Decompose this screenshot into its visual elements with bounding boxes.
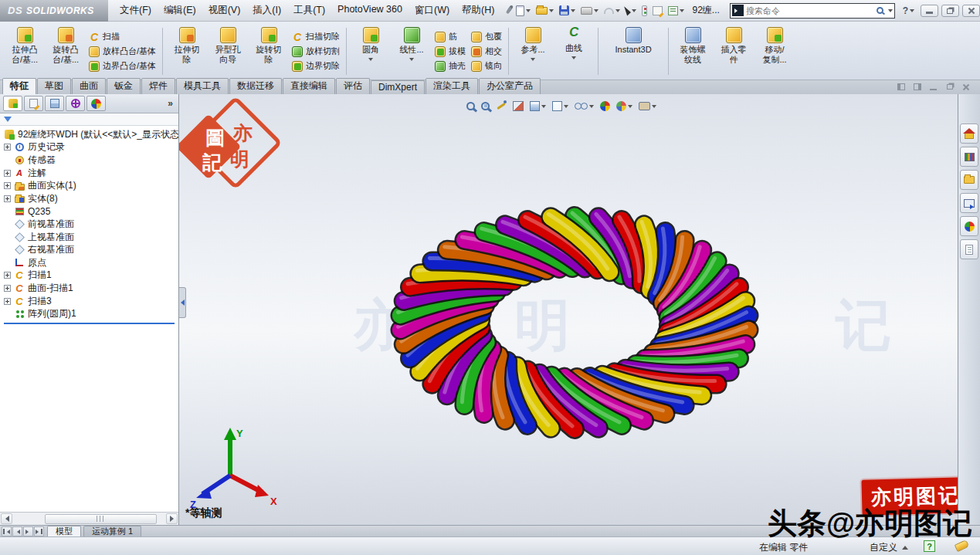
scrollbar-thumb[interactable] (45, 514, 157, 524)
doc-close-button[interactable] (959, 82, 972, 92)
extruded-cut-button[interactable]: 拉伸切 除 (168, 24, 206, 79)
tab-evaluate[interactable]: 评估 (336, 78, 370, 94)
first-tab-button[interactable] (2, 526, 12, 536)
expander-icon[interactable] (4, 182, 11, 189)
print-button[interactable] (581, 6, 599, 15)
chevron-down-icon[interactable] (571, 56, 576, 62)
chevron-down-icon[interactable] (594, 9, 599, 15)
tree-item-circular-pattern[interactable]: 阵列(圆周)1 (2, 307, 178, 320)
expander-icon[interactable] (4, 144, 11, 151)
rib-button[interactable]: 筋 (435, 31, 466, 42)
custom-properties-button[interactable] (960, 239, 978, 259)
doc-cascade-right-button[interactable] (910, 82, 924, 92)
boundary-boss-button[interactable]: 边界凸台/基体 (89, 60, 156, 72)
tree-item-top-plane[interactable]: 上视基准面 (2, 231, 178, 244)
expander-icon[interactable] (4, 272, 11, 279)
draft-button[interactable]: 拔模 (435, 46, 466, 57)
chevron-down-icon[interactable] (409, 58, 414, 63)
chevron-down-icon[interactable] (910, 9, 914, 15)
doc-minimize-button[interactable] (927, 82, 940, 92)
save-button[interactable] (559, 5, 575, 15)
cosmetic-thread-button[interactable]: 装饰螺 纹线 (673, 24, 712, 79)
tree-item-right-plane[interactable]: 右视基准面 (2, 243, 178, 256)
panel-horizontal-scrollbar[interactable] (0, 512, 178, 525)
edit-appearance-button[interactable] (600, 101, 610, 111)
tree-item-material[interactable]: Q235 (2, 205, 178, 218)
apply-scene-button[interactable] (616, 101, 632, 111)
chevron-down-icon[interactable] (549, 9, 554, 15)
solidworks-resources-button[interactable] (960, 124, 978, 144)
tab-mold-tools[interactable]: 模具工具 (176, 78, 229, 94)
menu-view[interactable]: 视图(V) (203, 1, 246, 20)
rollback-bar[interactable] (4, 323, 175, 324)
tab-office-products[interactable]: 办公室产品 (479, 78, 541, 94)
search-icon[interactable] (877, 7, 883, 14)
insert-part-button[interactable]: 插入零 件 (714, 24, 753, 79)
tree-item-surface-bodies[interactable]: 曲面实体(1) (2, 179, 178, 192)
view-settings-button[interactable] (639, 102, 656, 110)
featuremanager-tree-tab[interactable] (3, 96, 22, 111)
instant3d-button[interactable]: Instant3D (603, 24, 663, 79)
expander-icon[interactable] (4, 285, 11, 292)
panel-expand-button[interactable]: » (168, 98, 175, 109)
tab-sketch[interactable]: 草图 (37, 78, 71, 94)
minimize-button[interactable] (921, 5, 938, 17)
torus-model[interactable] (179, 94, 958, 525)
file-explorer-button[interactable] (960, 170, 978, 190)
sweep-button[interactable]: C扫描 (89, 31, 156, 42)
dimxpertmanager-tab[interactable] (66, 96, 85, 111)
doc-cascade-left-button[interactable] (894, 82, 907, 92)
help-button[interactable]: ? (903, 5, 914, 16)
previous-view-button[interactable] (496, 100, 507, 111)
tab-surfaces[interactable]: 曲面 (72, 78, 106, 94)
chevron-down-icon[interactable] (632, 9, 636, 15)
scrollbar-track[interactable] (12, 514, 166, 524)
menu-insert[interactable]: 插入(I) (247, 1, 287, 20)
revolve-boss-button[interactable]: 旋转凸 台/基... (46, 24, 85, 79)
revolved-cut-button[interactable]: 旋转切 除 (249, 24, 288, 79)
tree-item-annotations[interactable]: A 注解 (2, 167, 178, 180)
tree-item-front-plane[interactable]: 前视基准面 (2, 218, 178, 231)
move-copy-button[interactable]: 移动/ 复制... (755, 24, 794, 79)
configurationmanager-tab[interactable] (45, 96, 64, 111)
intersect-button[interactable]: 相交 (471, 46, 502, 57)
wrap-button[interactable]: 包覆 (471, 31, 502, 42)
model-tab[interactable]: 模型 (47, 526, 81, 536)
shell-button[interactable]: 抽壳 (435, 60, 466, 72)
view-orientation-button[interactable] (530, 101, 546, 111)
tree-item-sensors[interactable]: 传感器 (2, 154, 178, 167)
menu-edit[interactable]: 编辑(E) (158, 1, 202, 20)
extrude-boss-button[interactable]: 拉伸凸 台/基... (5, 24, 44, 79)
chevron-down-icon[interactable] (541, 105, 546, 110)
options-button[interactable] (653, 6, 663, 15)
tree-filter-bar[interactable] (0, 113, 178, 126)
loft-boss-button[interactable]: 放样凸台/基体 (89, 46, 156, 57)
tree-item-sweep3[interactable]: C 扫描3 (2, 295, 178, 308)
chevron-down-icon[interactable] (571, 9, 575, 15)
tab-sheet-metal[interactable]: 钣金 (107, 78, 141, 94)
tree-item-history[interactable]: 历史记录 (2, 141, 178, 154)
scroll-right-button[interactable] (166, 513, 178, 524)
chevron-down-icon[interactable] (526, 9, 531, 15)
mirror-button[interactable]: 镜向 (471, 60, 502, 72)
close-button[interactable] (962, 5, 980, 17)
chevron-down-icon[interactable] (615, 9, 620, 15)
graphics-area[interactable]: 亦 明 图 记 圖 亦 記 明 (179, 94, 958, 525)
menu-photoview360[interactable]: PhotoView 360 (332, 1, 408, 20)
restore-button[interactable] (941, 5, 959, 17)
expander-icon[interactable] (4, 195, 11, 202)
prev-tab-button[interactable] (12, 526, 22, 536)
design-library-button[interactable] (960, 147, 978, 167)
search-input[interactable] (746, 6, 874, 15)
motion-study-tab[interactable]: 运动算例 1 (83, 526, 141, 536)
linear-pattern-button[interactable]: 线性... (392, 24, 431, 79)
next-tab-button[interactable] (23, 526, 33, 536)
lofted-cut-button[interactable]: 放样切割 (292, 46, 340, 57)
chevron-down-icon[interactable] (680, 9, 684, 15)
new-document-button[interactable] (516, 5, 531, 16)
expander-icon[interactable] (4, 170, 11, 177)
tree-item-sweep1[interactable]: C 扫描1 (2, 269, 178, 283)
zoom-area-button[interactable] (481, 102, 490, 110)
propertymanager-tab[interactable] (24, 96, 43, 111)
display-style-button[interactable] (552, 101, 568, 111)
